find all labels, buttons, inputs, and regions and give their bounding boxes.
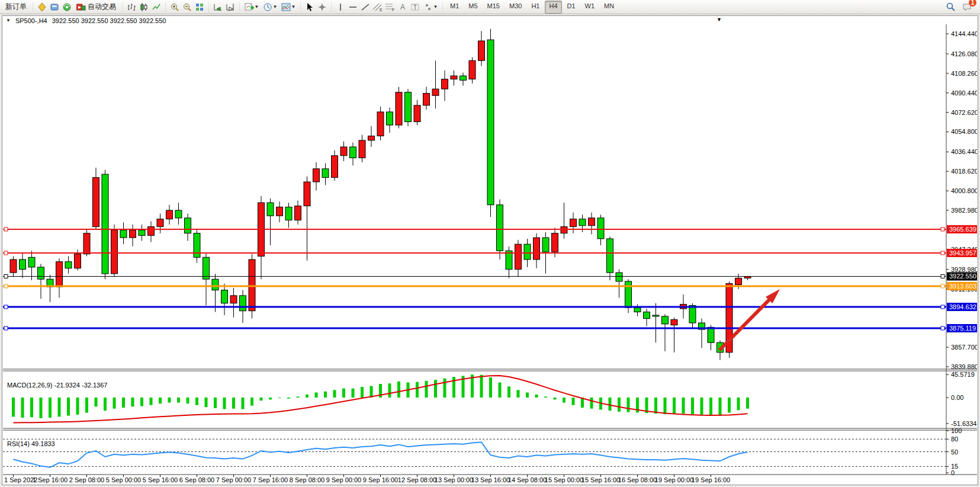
tile-windows-icon[interactable] [194, 1, 205, 13]
autotrading-button[interactable]: 自动交易 [73, 0, 119, 14]
price-line[interactable] [3, 251, 946, 255]
timeframe-button-m15[interactable]: M15 [483, 1, 504, 14]
svg-text:F: F [392, 8, 394, 12]
timeframe-button-m30[interactable]: M30 [505, 1, 526, 14]
market-watch-icon[interactable] [49, 1, 60, 13]
price-line[interactable] [3, 284, 946, 288]
line-anchor[interactable] [941, 228, 944, 231]
macd-bar [397, 382, 400, 398]
candle [570, 219, 577, 227]
trendline-tool-icon[interactable] [359, 1, 371, 13]
time-axis-label: 6 Sep 08:00 [179, 476, 214, 483]
macd-bar [499, 383, 502, 398]
timeframe-button-mn[interactable]: MN [600, 1, 618, 14]
line-anchor[interactable] [941, 251, 944, 255]
toolbar-separator [207, 2, 210, 12]
indicators-menu-icon[interactable]: ▼ [243, 1, 261, 13]
macd-bar [177, 398, 180, 403]
svg-text:3875.119: 3875.119 [949, 325, 976, 332]
zoom-out-icon[interactable] [181, 1, 193, 13]
candle [139, 230, 145, 235]
templates-menu-icon[interactable]: ▼ [279, 1, 297, 13]
macd-bar [370, 386, 373, 398]
auto-scroll-icon[interactable] [212, 1, 224, 13]
line-anchor[interactable] [941, 284, 944, 288]
candle [487, 40, 494, 205]
price-tick-label: 3982.980 [951, 207, 977, 214]
chevron-down-icon: ▼ [255, 4, 259, 9]
macd-bar [95, 398, 98, 406]
time-axis-label: 16 Sep 08:00 [618, 476, 657, 483]
text-label-tool-icon[interactable]: T [409, 1, 421, 13]
chart-symbol-label: SP500-,H4 [15, 17, 47, 24]
line-anchor[interactable] [4, 228, 8, 231]
macd-bar [223, 398, 226, 409]
price-tick-label: 4036.440 [951, 148, 977, 155]
line-anchor[interactable] [941, 274, 944, 278]
mql-market-icon[interactable] [36, 1, 48, 13]
line-anchor[interactable] [4, 274, 8, 278]
timeframe-button-h4[interactable]: H4 [545, 1, 561, 14]
macd-bar [49, 398, 52, 418]
price-line[interactable] [3, 274, 946, 278]
candle [249, 259, 255, 311]
macd-bar [122, 398, 125, 408]
chart-shift-icon[interactable] [224, 1, 236, 13]
text-tool-icon[interactable]: A [397, 1, 409, 13]
line-anchor[interactable] [4, 251, 8, 255]
fibonacci-tool-icon[interactable]: F [384, 1, 396, 13]
timeframe-button-m5[interactable]: M5 [464, 1, 481, 14]
cursor-tool-icon[interactable] [304, 1, 316, 13]
vertical-line-tool-icon[interactable] [335, 1, 346, 13]
new-order-label: 新订单 [5, 2, 27, 12]
price-line[interactable] [3, 305, 946, 309]
chart-canvas[interactable]: 4144.4404126.0804108.2604090.4404072.620… [3, 24, 977, 485]
line-anchor[interactable] [4, 305, 8, 309]
symbol-dropdown-icon[interactable]: ▼ [6, 18, 11, 23]
line-anchor[interactable] [941, 305, 944, 309]
scroll-to-end-icon[interactable]: ▼ [716, 17, 722, 23]
periods-menu-icon[interactable]: ▼ [261, 1, 279, 13]
candle [524, 244, 531, 259]
bar-chart-icon[interactable] [126, 1, 137, 13]
timeframe-button-m1[interactable]: M1 [446, 1, 463, 14]
time-axis-label: 19 Sep 00:00 [655, 476, 693, 483]
line-chart-icon[interactable] [150, 1, 162, 13]
toolbar-separator [441, 2, 444, 12]
signal-icon[interactable] [61, 1, 73, 13]
macd-bar [297, 396, 300, 398]
zoom-in-icon[interactable] [169, 1, 181, 13]
candlestick-chart-icon[interactable] [138, 1, 150, 13]
macd-bar [691, 398, 694, 414]
line-anchor[interactable] [4, 326, 8, 330]
new-order-button[interactable]: 新订单 [2, 0, 30, 14]
macd-indicator-label: MACD(12,26,9) -21.9324 -32.1367 [7, 382, 107, 389]
candle [644, 312, 650, 319]
svg-text:3965.639: 3965.639 [949, 226, 976, 233]
notifications-icon[interactable]: 1 [961, 1, 973, 13]
price-line[interactable] [3, 326, 946, 330]
price-tick-label: 4054.800 [951, 128, 977, 135]
arrows-menu-icon[interactable]: ▼ [422, 1, 439, 13]
timeframe-button-h1[interactable]: H1 [527, 1, 544, 14]
timeframe-button-w1[interactable]: W1 [581, 1, 599, 14]
timeframe-button-d1[interactable]: D1 [563, 1, 580, 14]
horizontal-line-tool-icon[interactable] [347, 1, 359, 13]
time-axis-label: 15 Sep 16:00 [581, 476, 620, 483]
macd-bar [480, 375, 483, 398]
macd-bar [113, 398, 116, 409]
line-anchor[interactable] [941, 326, 944, 330]
time-axis-label: 12 Sep 08:00 [398, 476, 436, 483]
candle [350, 147, 356, 158]
line-anchor[interactable] [4, 284, 8, 288]
macd-bar [269, 398, 272, 399]
candle [267, 203, 274, 216]
search-icon[interactable] [944, 1, 956, 13]
equidistant-channel-tool-icon[interactable]: E [372, 1, 384, 13]
time-axis-label: 7 Sep 00:00 [216, 476, 251, 483]
macd-bar [425, 381, 428, 398]
svg-text:E: E [380, 8, 383, 12]
time-axis-label: 8 Sep 08:00 [290, 476, 324, 483]
price-badge: 3913.603 [947, 282, 977, 290]
crosshair-tool-icon[interactable] [316, 1, 328, 13]
